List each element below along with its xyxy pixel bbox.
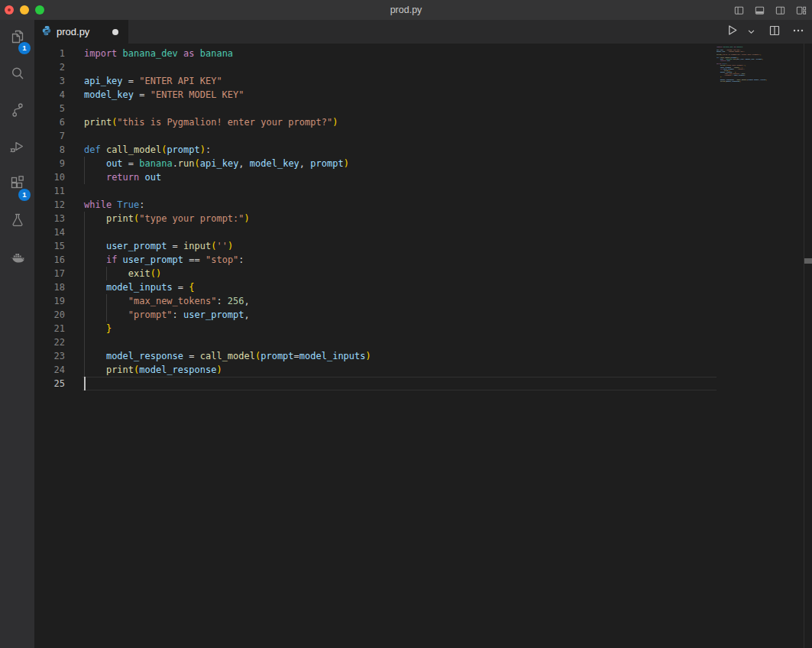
- toggle-secondary-sidebar-icon[interactable]: [775, 5, 786, 16]
- sidebar-item-testing[interactable]: [0, 203, 34, 240]
- code-line[interactable]: 18 model_inputs = {: [34, 280, 371, 294]
- sidebar-item-run-debug[interactable]: [0, 130, 34, 167]
- code-line[interactable]: 20 "prompt": user_prompt,: [34, 308, 371, 322]
- line-number: 6: [34, 115, 65, 129]
- indent-guide: [84, 335, 85, 349]
- line-number: 4: [34, 88, 65, 102]
- run-dropdown-icon[interactable]: [747, 25, 755, 39]
- indent-guide: [84, 363, 85, 377]
- code-line[interactable]: 3api_key = "ENTER API KEY": [34, 74, 371, 88]
- line-number: 14: [34, 225, 65, 239]
- indent-guide: [106, 308, 107, 322]
- traffic-lights: [5, 5, 44, 15]
- zoom-button[interactable]: [35, 5, 44, 15]
- sidebar-item-source-control[interactable]: [0, 93, 34, 130]
- toggle-primary-sidebar-icon[interactable]: [733, 5, 745, 16]
- indent-guide: [84, 267, 85, 280]
- line-number: 22: [34, 335, 65, 349]
- line-number: 20: [34, 308, 65, 322]
- code-line[interactable]: 2: [34, 60, 371, 74]
- code-line[interactable]: 17 exit(): [34, 267, 371, 280]
- extensions-badge: 1: [18, 189, 31, 201]
- split-editor-icon[interactable]: [768, 24, 781, 40]
- code-line[interactable]: 21 }: [34, 322, 371, 335]
- code-line[interactable]: 5: [34, 102, 371, 115]
- minimize-button[interactable]: [20, 5, 29, 15]
- sidebar-item-search[interactable]: [0, 57, 34, 93]
- beaker-icon: [8, 211, 27, 232]
- run-icon[interactable]: [726, 24, 739, 40]
- indent-guide: [84, 322, 85, 335]
- indent-guide: [84, 225, 85, 239]
- line-number: 3: [34, 74, 65, 88]
- indent-guide: [84, 308, 85, 322]
- docker-whale-icon: [8, 248, 27, 269]
- window-title: prod.py: [0, 0, 812, 20]
- code-line[interactable]: 24 print(model_response): [34, 363, 371, 377]
- line-number: 25: [34, 377, 65, 390]
- indent-guide: [84, 212, 85, 225]
- sidebar-item-docker[interactable]: [0, 240, 34, 277]
- code-editor[interactable]: 1import banana_dev as banana23api_key = …: [34, 44, 812, 648]
- editor-toolbar: [726, 20, 804, 44]
- code-line[interactable]: 7: [34, 129, 371, 143]
- line-number: 5: [34, 102, 65, 115]
- code-line[interactable]: 9 out = banana.run(api_key, model_key, p…: [34, 157, 371, 170]
- indent-guide: [84, 239, 85, 253]
- line-number: 24: [34, 363, 65, 377]
- more-actions-icon[interactable]: [792, 24, 804, 40]
- code-line[interactable]: 13 print("type your prompt:"): [34, 212, 371, 225]
- sidebar-item-explorer[interactable]: 1: [0, 20, 34, 57]
- line-number: 17: [34, 267, 65, 280]
- toggle-panel-icon[interactable]: [754, 5, 765, 16]
- indent-guide: [84, 294, 85, 308]
- line-number: 15: [34, 239, 65, 253]
- code-line[interactable]: 15 user_prompt = input(''): [34, 239, 371, 253]
- code-line[interactable]: 11: [34, 184, 371, 198]
- activity-bar: 1 1: [0, 20, 34, 648]
- close-button[interactable]: [5, 5, 14, 15]
- indent-guide: [106, 294, 107, 308]
- overview-ruler-divider: [804, 44, 804, 648]
- code-lines: 1import banana_dev as banana23api_key = …: [34, 47, 371, 390]
- line-number: 13: [34, 212, 65, 225]
- line-number: 16: [34, 253, 65, 267]
- code-line[interactable]: 16 if user_prompt == "stop":: [34, 253, 371, 267]
- customize-layout-icon[interactable]: [795, 5, 807, 16]
- tab-prod-py[interactable]: prod.py: [34, 20, 128, 44]
- minimap[interactable]: import banana_dev as bananaapi_key = "EN…: [717, 47, 805, 138]
- indent-guide: [84, 170, 85, 184]
- code-line[interactable]: 1import banana_dev as banana: [34, 47, 371, 60]
- python-file-icon: [41, 25, 52, 39]
- code-line[interactable]: 19 "max_new_tokens": 256,: [34, 294, 371, 308]
- line-number: 18: [34, 280, 65, 294]
- code-line[interactable]: 22: [34, 335, 371, 349]
- line-number: 2: [34, 60, 65, 74]
- minimap-content: import banana_dev as bananaapi_key = "EN…: [717, 47, 805, 83]
- line-number: 19: [34, 294, 65, 308]
- code-line[interactable]: 14: [34, 225, 371, 239]
- line-number: 7: [34, 129, 65, 143]
- line-number: 8: [34, 143, 65, 157]
- run-debug-icon: [8, 138, 27, 159]
- search-icon: [8, 64, 27, 86]
- code-line[interactable]: 8def call_model(prompt):: [34, 143, 371, 157]
- line-number: 23: [34, 349, 65, 363]
- code-line[interactable]: 12while True:: [34, 198, 371, 212]
- indent-guide: [84, 157, 85, 170]
- code-line[interactable]: 6print("this is Pygmalion! enter your pr…: [34, 115, 371, 129]
- line-number: 9: [34, 157, 65, 170]
- tab-bar: prod.py: [34, 20, 812, 44]
- modified-indicator[interactable]: [112, 29, 118, 35]
- line-number: 21: [34, 322, 65, 335]
- indent-guide: [106, 267, 107, 280]
- indent-guide: [84, 280, 85, 294]
- explorer-badge: 1: [18, 42, 31, 54]
- code-line[interactable]: 23 model_response = call_model(prompt=mo…: [34, 349, 371, 363]
- text-cursor: [84, 377, 86, 390]
- line-number: 12: [34, 198, 65, 212]
- code-line[interactable]: 10 return out: [34, 170, 371, 184]
- overview-ruler-marker: [804, 258, 812, 264]
- code-line[interactable]: 4model_key = "ENTER MODEL KEY": [34, 88, 371, 102]
- sidebar-item-extensions[interactable]: 1: [0, 167, 34, 203]
